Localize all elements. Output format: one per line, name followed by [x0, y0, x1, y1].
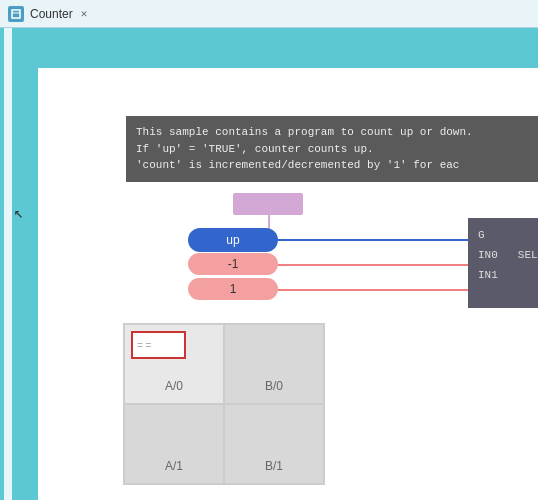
cell-a1-label: A/1: [165, 459, 183, 473]
tab-icon: [8, 6, 24, 22]
grid-cell-a0[interactable]: = = A/0: [124, 324, 224, 404]
mux-sel-label: SEL: [518, 246, 538, 266]
sidebar: ↖: [0, 28, 38, 500]
up-label: up: [226, 233, 239, 247]
content-area: This sample contains a program to count …: [38, 28, 538, 500]
content-header-band: [38, 28, 538, 68]
tab-close-button[interactable]: ✕: [81, 7, 88, 20]
blue-connector-line: [278, 239, 473, 241]
one-label: 1: [230, 282, 237, 296]
mux-g-label: G: [478, 226, 538, 246]
cell-b1-label: B/1: [265, 459, 283, 473]
code-line-1: This sample contains a program to count …: [136, 124, 536, 141]
mux-block: G IN0 SEL IN1: [468, 218, 538, 308]
grid-cell-b0[interactable]: B/0: [224, 324, 324, 404]
cursor-icon: ↖: [14, 203, 24, 223]
up-input-pill[interactable]: up: [188, 228, 278, 252]
code-comment-block: This sample contains a program to count …: [126, 116, 538, 182]
purple-input-box: [233, 193, 303, 215]
sidebar-inner: [4, 28, 12, 500]
neg-one-label: -1: [228, 257, 239, 271]
title-bar: Counter ✕: [0, 0, 538, 28]
pink-connector-line-1: [278, 264, 473, 266]
one-input-pill[interactable]: 1: [188, 278, 278, 300]
cell-b0-label: B/0: [265, 379, 283, 393]
code-line-3: 'count' is incremented/decremented by '1…: [136, 157, 536, 174]
neg-one-input-pill[interactable]: -1: [188, 253, 278, 275]
cell-a0-inner-text: = =: [137, 340, 151, 351]
mux-in1-label: IN1: [478, 266, 538, 286]
tab-title: Counter: [30, 7, 73, 21]
svg-rect-0: [12, 10, 20, 18]
grid-cell-a1[interactable]: A/1: [124, 404, 224, 484]
pink-connector-line-2: [278, 289, 473, 291]
cell-a0-label: A/0: [165, 379, 183, 393]
grid-section: = = A/0 B/0 A/1 B/1: [123, 323, 325, 485]
mux-in0-label: IN0: [478, 246, 498, 266]
main-area: ↖ This sample contains a program to coun…: [0, 28, 538, 500]
grid-cell-b1[interactable]: B/1: [224, 404, 324, 484]
code-line-2: If 'up' = 'TRUE', counter counts up.: [136, 141, 536, 158]
cell-a0-inner-widget[interactable]: = =: [131, 331, 186, 359]
